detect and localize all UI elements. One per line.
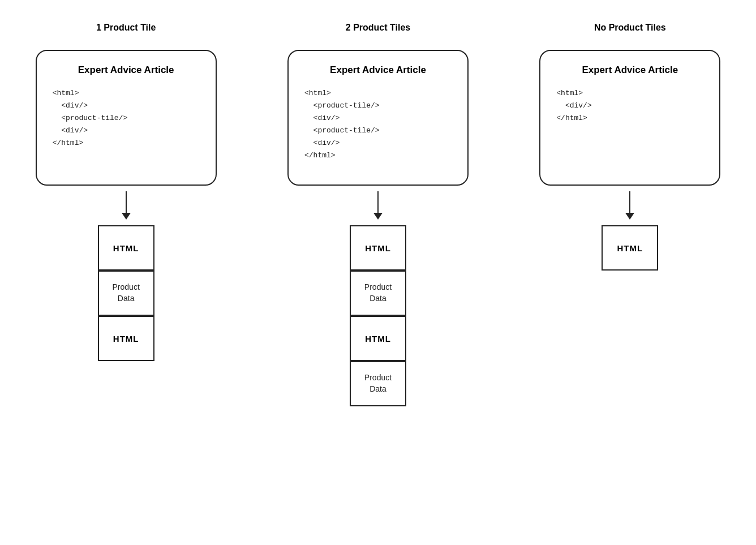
box-html-no-tiles: HTML bbox=[602, 225, 658, 271]
box-html-label-no-tiles: HTML bbox=[617, 243, 643, 253]
article-title-no-tiles: Expert Advice Article bbox=[556, 65, 703, 76]
boxes-no-tiles: HTML bbox=[602, 225, 658, 271]
box-html-label-1-two-tiles: HTML bbox=[365, 243, 391, 253]
box-html-label-2-one-tile: HTML bbox=[113, 334, 139, 344]
columns-container: 1 Product Tile Expert Advice Article <ht… bbox=[0, 23, 756, 406]
arrow-line-two-tiles bbox=[377, 191, 379, 213]
column-one-tile: 1 Product Tile Expert Advice Article <ht… bbox=[30, 23, 222, 361]
arrow-icon-two-tiles bbox=[373, 191, 383, 220]
article-card-one-tile: Expert Advice Article <html> <div/> <pro… bbox=[36, 50, 217, 186]
box-html-label-1-one-tile: HTML bbox=[113, 243, 139, 253]
article-code-one-tile: <html> <div/> <product-tile/> <div/> </h… bbox=[53, 87, 200, 149]
arrow-no-tiles bbox=[534, 186, 726, 225]
box-product-data-one-tile: ProductData bbox=[98, 271, 154, 316]
column-no-tiles: No Product Tiles Expert Advice Article <… bbox=[534, 23, 726, 271]
arrow-head-two-tiles bbox=[373, 213, 383, 220]
article-card-no-tiles: Expert Advice Article <html> <div/> </ht… bbox=[539, 50, 720, 186]
arrow-head-one-tile bbox=[122, 213, 131, 220]
article-code-two-tiles: <html> <product-tile/> <div/> <product-t… bbox=[304, 87, 452, 162]
box-product-data-label-one-tile: ProductData bbox=[113, 282, 140, 304]
arrow-line-one-tile bbox=[126, 191, 127, 213]
box-product-data-1-two-tiles: ProductData bbox=[350, 271, 406, 316]
box-html-label-2-two-tiles: HTML bbox=[365, 334, 391, 344]
box-html-2-one-tile: HTML bbox=[98, 316, 154, 361]
box-html-2-two-tiles: HTML bbox=[350, 316, 406, 361]
arrow-line-no-tiles bbox=[629, 191, 630, 213]
article-code-no-tiles: <html> <div/> </html> bbox=[556, 87, 703, 125]
arrow-one-tile bbox=[30, 186, 222, 225]
arrow-two-tiles bbox=[282, 186, 474, 225]
article-title-two-tiles: Expert Advice Article bbox=[304, 65, 452, 76]
article-card-two-tiles: Expert Advice Article <html> <product-ti… bbox=[287, 50, 469, 186]
boxes-one-tile: HTML ProductData HTML bbox=[98, 225, 154, 361]
box-product-data-2-two-tiles: ProductData bbox=[350, 361, 406, 406]
column-header-two-tiles: 2 Product Tiles bbox=[346, 23, 410, 33]
column-header-one-tile: 1 Product Tile bbox=[96, 23, 156, 33]
article-title-one-tile: Expert Advice Article bbox=[53, 65, 200, 76]
column-two-tiles: 2 Product Tiles Expert Advice Article <h… bbox=[282, 23, 474, 406]
boxes-two-tiles: HTML ProductData HTML ProductData bbox=[350, 225, 406, 406]
box-product-data-label-1-two-tiles: ProductData bbox=[364, 282, 392, 304]
page: 1 Product Tile Expert Advice Article <ht… bbox=[0, 0, 756, 545]
box-html-1-two-tiles: HTML bbox=[350, 225, 406, 271]
box-product-data-label-2-two-tiles: ProductData bbox=[364, 372, 392, 394]
box-html-1-one-tile: HTML bbox=[98, 225, 154, 271]
arrow-head-no-tiles bbox=[625, 213, 634, 220]
column-header-no-tiles: No Product Tiles bbox=[594, 23, 666, 33]
arrow-icon-no-tiles bbox=[625, 191, 634, 220]
arrow-icon-one-tile bbox=[122, 191, 131, 220]
